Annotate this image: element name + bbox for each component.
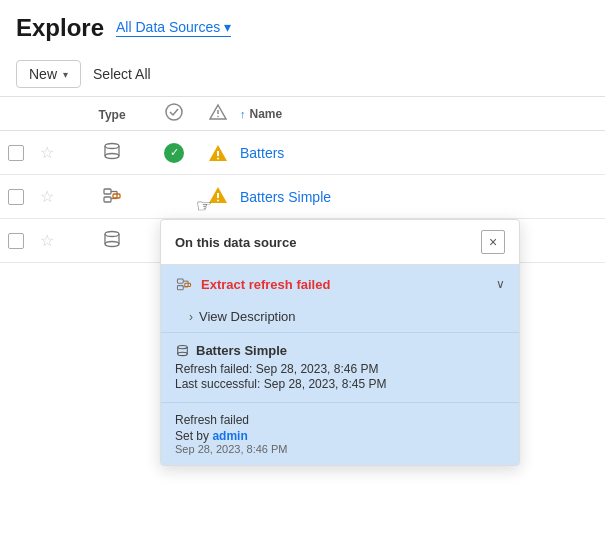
check-column-icon bbox=[165, 103, 183, 121]
type-column-header: Type bbox=[98, 108, 125, 122]
admin-link[interactable]: admin bbox=[212, 429, 247, 443]
svg-point-10 bbox=[217, 157, 219, 159]
section-title: Extract refresh failed bbox=[201, 277, 330, 292]
svg-point-7 bbox=[105, 154, 119, 159]
row1-warn-status bbox=[196, 143, 240, 163]
name-column-header: Name bbox=[250, 107, 283, 121]
row2-name-link[interactable]: Batters Simple bbox=[240, 189, 331, 205]
set-by-prefix: Set by bbox=[175, 429, 209, 443]
view-desc-chevron-icon: › bbox=[189, 310, 193, 324]
popup-footer-date: Sep 28, 2023, 8:46 PM bbox=[175, 443, 505, 455]
svg-point-19 bbox=[217, 200, 219, 202]
orange-warn-icon bbox=[208, 143, 228, 163]
sort-up-icon: ↑ bbox=[240, 108, 246, 120]
header-type-col: Type bbox=[72, 106, 152, 122]
orange-warn-hover-icon[interactable] bbox=[208, 185, 228, 205]
green-checkmark-icon: ✓ bbox=[164, 143, 184, 163]
svg-point-33 bbox=[105, 242, 119, 247]
star-empty-icon: ☆ bbox=[40, 232, 54, 249]
popup-extract-section: Extract refresh failed ∨ › View Descript… bbox=[161, 265, 519, 465]
row1-checkbox[interactable] bbox=[8, 145, 40, 161]
popup-footer-label: Refresh failed bbox=[175, 413, 505, 427]
datasource-type-icon bbox=[101, 140, 123, 162]
row1-name[interactable]: Batters bbox=[240, 145, 597, 161]
svg-rect-20 bbox=[177, 279, 183, 283]
toolbar: New ▾ Select All bbox=[0, 52, 605, 96]
popup-footer-section: Refresh failed Set by admin Sep 28, 2023… bbox=[161, 402, 519, 465]
svg-point-29 bbox=[178, 352, 188, 355]
datasource-dropdown[interactable]: All Data Sources ▾ bbox=[116, 19, 231, 37]
row2-name[interactable]: Batters Simple bbox=[240, 189, 597, 205]
svg-point-0 bbox=[166, 104, 182, 120]
table-header: Type ↑ Name bbox=[0, 96, 605, 131]
popup-title: On this data source bbox=[175, 235, 296, 250]
tooltip-popup: On this data source × bbox=[160, 219, 520, 466]
table-row: ☆ ✓ Batters bbox=[0, 131, 605, 175]
new-button[interactable]: New ▾ bbox=[16, 60, 81, 88]
row3-star[interactable]: ☆ bbox=[40, 231, 72, 250]
popup-section-header[interactable]: Extract refresh failed ∨ bbox=[161, 265, 519, 303]
content-table: Type ↑ Name ☆ bbox=[0, 96, 605, 263]
row2-star[interactable]: ☆ bbox=[40, 187, 72, 206]
svg-point-4 bbox=[105, 144, 119, 149]
popup-item-last-successful: Last successful: Sep 28, 2023, 8:45 PM bbox=[175, 377, 505, 391]
row1-star[interactable]: ☆ bbox=[40, 143, 72, 162]
row2-type bbox=[72, 184, 152, 209]
row3-type bbox=[72, 228, 152, 253]
datasource-chevron-icon: ▾ bbox=[224, 19, 231, 35]
svg-rect-21 bbox=[177, 286, 183, 290]
section-chevron-icon: ∨ bbox=[496, 277, 505, 291]
select-all-button[interactable]: Select All bbox=[93, 62, 151, 86]
table-row: ☆ Batters Simple ☞ bbox=[0, 175, 605, 219]
popup-item-name: Batters Simple bbox=[175, 343, 505, 358]
row1-type bbox=[72, 140, 152, 165]
popup-close-button[interactable]: × bbox=[481, 230, 505, 254]
view-description-row[interactable]: › View Description bbox=[161, 303, 519, 333]
row2-checkbox[interactable] bbox=[8, 189, 40, 205]
popup-item-name-text: Batters Simple bbox=[196, 343, 287, 358]
row3-checkbox[interactable] bbox=[8, 233, 40, 249]
popup-item-refresh-failed: Refresh failed: Sep 28, 2023, 8:46 PM bbox=[175, 362, 505, 376]
svg-rect-12 bbox=[104, 197, 111, 202]
svg-point-26 bbox=[178, 345, 188, 348]
header-name-col: ↑ Name bbox=[240, 107, 597, 121]
datasource-type-icon bbox=[101, 228, 123, 250]
datasource-label: All Data Sources bbox=[116, 19, 220, 35]
section-datasource-icon bbox=[175, 275, 193, 293]
star-empty-icon: ☆ bbox=[40, 144, 54, 161]
svg-rect-11 bbox=[104, 189, 111, 194]
popup-item-block: Batters Simple Refresh failed: Sep 28, 2… bbox=[161, 333, 519, 402]
new-button-chevron-icon: ▾ bbox=[63, 69, 68, 80]
row2-warn-status bbox=[196, 185, 240, 208]
item-datasource-icon bbox=[175, 343, 190, 358]
page-title: Explore bbox=[16, 14, 104, 42]
popup-section-left: Extract refresh failed bbox=[175, 275, 330, 293]
popup-footer-setby: Set by admin bbox=[175, 429, 505, 443]
header-warn-col bbox=[196, 103, 240, 124]
popup-header: On this data source × bbox=[161, 220, 519, 265]
header-check-col bbox=[152, 103, 196, 124]
page-header: Explore All Data Sources ▾ bbox=[0, 0, 605, 52]
warn-column-icon bbox=[209, 103, 227, 121]
row1-check-status: ✓ bbox=[152, 143, 196, 163]
new-button-label: New bbox=[29, 66, 57, 82]
row1-name-link[interactable]: Batters bbox=[240, 145, 284, 161]
svg-point-3 bbox=[217, 116, 219, 118]
star-empty-icon: ☆ bbox=[40, 188, 54, 205]
linked-datasource-icon bbox=[101, 184, 123, 206]
view-description-label: View Description bbox=[199, 309, 296, 324]
svg-point-30 bbox=[105, 232, 119, 237]
